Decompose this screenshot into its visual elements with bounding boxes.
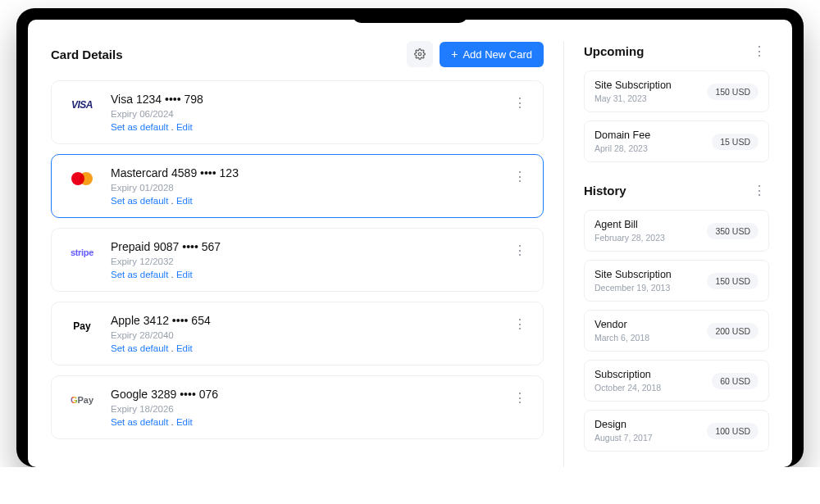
set-default-link[interactable]: Set as default (111, 417, 168, 427)
item-date: March 6, 2018 (594, 333, 649, 343)
card-menu-button[interactable]: ⋮ (510, 166, 530, 186)
card-menu-button[interactable]: ⋮ (510, 314, 530, 334)
dots-vertical-icon: ⋮ (753, 43, 766, 59)
history-item[interactable]: Design August 7, 2017 100 USD (584, 410, 769, 452)
set-default-link[interactable]: Set as default (111, 122, 168, 132)
card-number: 4589 •••• 123 (171, 166, 239, 179)
card-expiry: Expiry 28/2040 (111, 330, 499, 340)
card-details-panel: Card Details + Add New Card VISA (51, 41, 544, 467)
card-body: Visa 1234 •••• 798 Expiry 06/2024 Set as… (111, 93, 499, 132)
googlepay-logo-icon: G Pay (65, 389, 99, 411)
app-screen: Card Details + Add New Card VISA (28, 20, 792, 467)
edit-link[interactable]: Edit (176, 122, 193, 132)
item-title: Agent Bill (594, 219, 665, 230)
card-brand: Google (111, 388, 148, 401)
card-number: 3289 •••• 076 (151, 388, 218, 401)
card-number: 1234 •••• 798 (136, 93, 203, 106)
upcoming-header: Upcoming ⋮ (584, 41, 769, 61)
upcoming-item[interactable]: Domain Fee April 28, 2023 15 USD (584, 120, 769, 162)
history-menu-button[interactable]: ⋮ (749, 180, 769, 200)
dots-vertical-icon: ⋮ (513, 243, 526, 258)
upcoming-menu-button[interactable]: ⋮ (749, 41, 769, 61)
svg-point-0 (419, 52, 422, 56)
card-title: Prepaid 9087 •••• 567 (111, 240, 499, 253)
dots-vertical-icon: ⋮ (513, 169, 526, 184)
history-header: History ⋮ (584, 180, 769, 200)
item-title: Vendor (594, 319, 649, 330)
card-actions: Set as default . Edit (111, 122, 499, 132)
upcoming-item[interactable]: Site Subscription May 31, 2023 150 USD (584, 70, 769, 112)
card-number: 3412 •••• 654 (144, 314, 211, 327)
item-date: August 7, 2017 (594, 433, 653, 443)
card-expiry: Expiry 18/2026 (111, 404, 499, 414)
card-expiry: Expiry 06/2024 (111, 109, 499, 119)
payment-card[interactable]: stripe Prepaid 9087 •••• 567 Expiry 12/2… (51, 228, 544, 292)
payment-card[interactable]: Mastercard 4589 •••• 123 Expiry 01/2028 … (51, 154, 544, 218)
edit-link[interactable]: Edit (176, 343, 193, 353)
card-menu-button[interactable]: ⋮ (510, 240, 530, 260)
amount-badge: 15 USD (712, 134, 758, 150)
applepay-logo-icon: Pay (65, 316, 99, 337)
card-number: 9087 •••• 567 (153, 240, 221, 253)
card-actions: Set as default . Edit (111, 270, 499, 279)
add-new-card-button[interactable]: + Add New Card (440, 42, 544, 67)
card-menu-button[interactable]: ⋮ (510, 388, 530, 407)
notch (353, 8, 467, 23)
card-title: Apple 3412 •••• 654 (111, 314, 499, 327)
edit-link[interactable]: Edit (176, 417, 193, 427)
history-item[interactable]: Subscription October 24, 2018 60 USD (584, 360, 769, 402)
settings-button[interactable] (407, 41, 433, 67)
set-default-link[interactable]: Set as default (111, 196, 168, 206)
item-date: October 24, 2018 (594, 383, 661, 393)
card-body: Prepaid 9087 •••• 567 Expiry 12/2032 Set… (111, 240, 499, 279)
history-title: History (584, 184, 626, 198)
card-brand: Apple (111, 314, 140, 327)
card-expiry: Expiry 01/2028 (111, 183, 499, 193)
card-brand: Visa (111, 93, 133, 106)
divider (563, 41, 564, 467)
card-body: Google 3289 •••• 076 Expiry 18/2026 Set … (111, 388, 499, 427)
payment-card[interactable]: Pay Apple 3412 •••• 654 Expiry 28/2040 S… (51, 302, 544, 366)
edit-link[interactable]: Edit (176, 196, 193, 206)
payment-card[interactable]: VISA Visa 1234 •••• 798 Expiry 06/2024 S… (51, 80, 544, 144)
dots-vertical-icon: ⋮ (513, 316, 526, 332)
item-date: February 28, 2023 (594, 233, 665, 243)
amount-badge: 200 USD (707, 323, 758, 339)
item-date: April 28, 2023 (594, 143, 650, 153)
card-list: VISA Visa 1234 •••• 798 Expiry 06/2024 S… (51, 80, 544, 439)
item-title: Site Subscription (594, 269, 672, 280)
item-title: Domain Fee (594, 129, 650, 141)
card-title: Mastercard 4589 •••• 123 (111, 166, 499, 179)
item-title: Site Subscription (594, 79, 672, 91)
header-actions: + Add New Card (407, 41, 544, 67)
laptop-frame: Card Details + Add New Card VISA (16, 8, 804, 467)
dots-vertical-icon: ⋮ (513, 390, 526, 406)
add-new-card-label: Add New Card (462, 48, 532, 61)
plus-icon: + (451, 48, 458, 60)
card-menu-button[interactable]: ⋮ (510, 93, 530, 112)
item-title: Subscription (594, 369, 661, 380)
amount-badge: 150 USD (707, 84, 758, 100)
history-item[interactable]: Vendor March 6, 2018 200 USD (584, 310, 769, 352)
edit-link[interactable]: Edit (176, 270, 193, 279)
card-title: Visa 1234 •••• 798 (111, 93, 499, 106)
set-default-link[interactable]: Set as default (111, 343, 168, 353)
history-item[interactable]: Agent Bill February 28, 2023 350 USD (584, 210, 769, 252)
payment-card[interactable]: G Pay Google 3289 •••• 076 Expiry 18/202… (51, 375, 544, 439)
card-actions: Set as default . Edit (111, 343, 499, 353)
card-actions: Set as default . Edit (111, 196, 499, 206)
history-section: History ⋮ Agent Bill February 28, 2023 3… (584, 180, 769, 452)
card-details-header: Card Details + Add New Card (51, 41, 544, 67)
item-date: December 19, 2013 (594, 283, 672, 293)
dots-vertical-icon: ⋮ (513, 95, 526, 111)
card-actions: Set as default . Edit (111, 417, 499, 427)
upcoming-section: Upcoming ⋮ Site Subscription May 31, 202… (584, 41, 769, 162)
page-title: Card Details (51, 48, 123, 61)
upcoming-title: Upcoming (584, 44, 644, 58)
history-item[interactable]: Site Subscription December 19, 2013 150 … (584, 260, 769, 302)
card-brand: Mastercard (111, 166, 168, 179)
card-title: Google 3289 •••• 076 (111, 388, 499, 401)
side-panel: Upcoming ⋮ Site Subscription May 31, 202… (584, 41, 769, 467)
amount-badge: 350 USD (707, 223, 758, 239)
set-default-link[interactable]: Set as default (111, 270, 168, 279)
